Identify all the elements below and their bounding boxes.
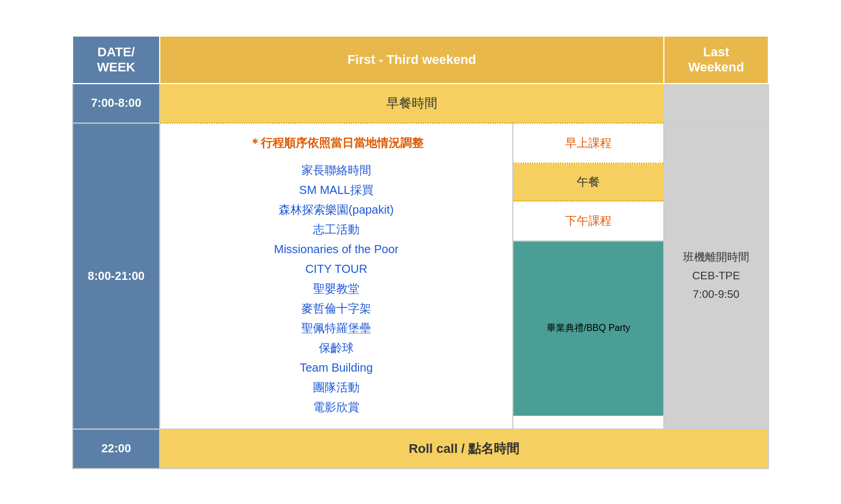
rollcall-label: Roll call / 點名時間: [409, 441, 520, 456]
graduation-cell: 畢業典禮/BBQ Party: [513, 242, 663, 416]
activity-item: Team Building: [178, 358, 495, 377]
activity-item: SM MALL採買: [178, 180, 495, 200]
activity-item: CITY TOUR: [178, 259, 495, 279]
flight-route: CEB-TPE: [670, 267, 762, 285]
rollcall-time-label: 22:00: [101, 442, 131, 455]
last-weekend-main-cell: 班機離開時間 CEB-TPE 7:00-9:50: [664, 123, 768, 429]
main-time-label: 8:00-21:00: [88, 269, 145, 282]
schedule-table: DATE/WEEK First - Third weekend LastWeek…: [72, 35, 769, 469]
afternoon-class-cell: 下午課程: [513, 201, 663, 242]
activities-list: 家長聯絡時間 SM MALL採買 森林探索樂園(papakit) 志工活動 Mi…: [178, 160, 495, 417]
lunch-cell: 午餐: [513, 164, 663, 201]
first-third-header: First - Third weekend: [160, 36, 664, 84]
activity-item: 聖佩特羅堡壘: [178, 318, 495, 338]
header-row: DATE/WEEK First - Third weekend LastWeek…: [73, 36, 768, 84]
main-right-cell: 早上課程 午餐 下午課程 畢業典禮/BBQ Party: [513, 123, 664, 429]
schedule-note: ＊行程順序依照當日當地情況調整: [178, 135, 495, 151]
flight-label: 班機離開時間: [670, 248, 762, 267]
first-third-label: First - Third weekend: [347, 52, 476, 67]
breakfast-row: 7:00-8:00 早餐時間: [73, 84, 768, 123]
main-time-cell: 8:00-21:00: [73, 123, 160, 429]
activity-item: 家長聯絡時間: [178, 160, 495, 180]
activity-missionaries: Missionaries of the Poor: [178, 239, 495, 259]
breakfast-label: 早餐時間: [386, 96, 437, 110]
last-weekend-header: LastWeekend: [664, 36, 768, 84]
right-schedule-wrapper: 早上課程 午餐 下午課程 畢業典禮/BBQ Party: [513, 124, 663, 416]
last-weekend-breakfast-cell: [664, 84, 768, 123]
afternoon-class-label: 下午課程: [565, 214, 612, 227]
flight-time: 7:00-9:50: [670, 285, 762, 304]
rollcall-row: 22:00 Roll call / 點名時間: [73, 429, 768, 469]
breakfast-content-cell: 早餐時間: [160, 84, 664, 123]
activity-item: 森林探索樂園(papakit): [178, 200, 495, 219]
lunch-label: 午餐: [577, 175, 600, 188]
breakfast-time-cell: 7:00-8:00: [73, 84, 160, 123]
graduation-label: 畢業典禮/BBQ Party: [547, 322, 630, 334]
morning-class-label: 早上課程: [565, 136, 612, 149]
activity-item: 電影欣賞: [178, 397, 495, 417]
morning-class-cell: 早上課程: [513, 124, 663, 164]
activity-item: 團隊活動: [178, 377, 495, 397]
main-row: 8:00-21:00 ＊行程順序依照當日當地情況調整 家長聯絡時間 SM MAL…: [73, 123, 768, 429]
activity-item: 保齡球: [178, 338, 495, 358]
activity-item: 志工活動: [178, 219, 495, 239]
rollcall-content-cell: Roll call / 點名時間: [160, 429, 768, 469]
rollcall-time-cell: 22:00: [73, 429, 160, 469]
date-week-header: DATE/WEEK: [73, 36, 160, 84]
activity-item: 聖嬰教堂: [178, 279, 495, 298]
breakfast-time-label: 7:00-8:00: [91, 96, 142, 109]
activity-item: 麥哲倫十字架: [178, 298, 495, 318]
main-activities-cell: ＊行程順序依照當日當地情況調整 家長聯絡時間 SM MALL採買 森林探索樂園(…: [160, 123, 513, 429]
